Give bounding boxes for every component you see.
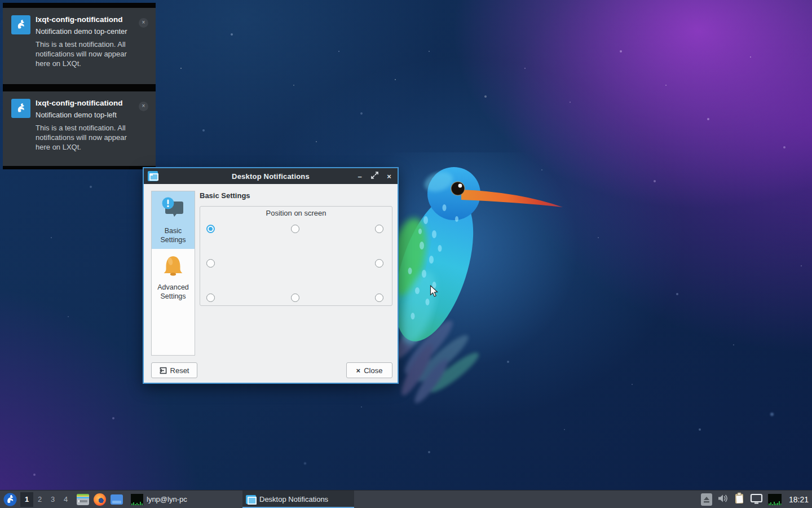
taskbar-window-label: lynp@lyn-pc: [147, 495, 187, 503]
sidebar-item-advanced-settings[interactable]: Advanced Settings: [152, 249, 195, 305]
system-monitor-icon[interactable]: [768, 494, 782, 505]
radio-top-left[interactable]: [206, 225, 215, 233]
workspace-4[interactable]: 4: [59, 492, 72, 507]
radio-bottom-center[interactable]: [291, 294, 299, 302]
notification-bubble-icon: [152, 196, 195, 224]
lxqt-start-menu-button[interactable]: [3, 493, 17, 506]
radio-bottom-left[interactable]: [206, 294, 215, 302]
file-manager-icon[interactable]: [77, 494, 89, 505]
close-button[interactable]: ×: [385, 172, 393, 181]
radio-middle-left[interactable]: [206, 259, 215, 268]
display-icon[interactable]: [111, 494, 123, 505]
workspace-1[interactable]: 1: [20, 492, 33, 507]
radio-bottom-right[interactable]: [375, 294, 383, 302]
sidebar-item-label: Advanced Settings: [152, 283, 195, 305]
wallpaper-stars: [0, 0, 1, 1]
reset-label: Reset: [170, 366, 189, 375]
sidebar-item-label: Basic Settings: [152, 226, 195, 249]
sidebar-item-basic-settings[interactable]: Basic Settings: [152, 191, 195, 249]
taskbar-window-label: Desktop Notifications: [259, 495, 328, 503]
screen-tray-icon[interactable]: [750, 493, 763, 506]
clock[interactable]: 18:21: [789, 495, 809, 504]
close-button-bottom[interactable]: × Close: [346, 362, 392, 378]
groupbox-title: Position on screen: [200, 209, 392, 217]
close-icon[interactable]: ×: [139, 18, 148, 28]
workspace-2[interactable]: 2: [33, 492, 46, 507]
restore-button[interactable]: [370, 172, 378, 181]
radio-top-right[interactable]: [375, 225, 383, 233]
notification-app-name: lxqt-config-notificationd: [36, 98, 135, 108]
close-label: Close: [364, 366, 382, 375]
taskbar-window-desktop-notifications[interactable]: Desktop Notifications: [242, 491, 354, 508]
close-icon[interactable]: ×: [139, 102, 148, 111]
terminal-thumbnail-icon: [131, 494, 143, 505]
page-heading: Basic Settings: [200, 191, 250, 200]
notification-app-name: lxqt-config-notificationd: [36, 15, 135, 24]
lxqt-bird-icon: [11, 99, 30, 118]
desktop-notifications-window: Desktop Notifications – ×: [143, 167, 399, 384]
position-on-screen-group: Position on screen: [200, 206, 392, 306]
notification-top-center[interactable]: × lxqt-config-notificationd Notification…: [3, 3, 156, 87]
workspace-3[interactable]: 3: [46, 492, 59, 507]
notification-body: This is a test notification. All notific…: [36, 123, 135, 152]
reset-icon: [160, 367, 167, 374]
taskbar: 1 2 3 4 lynp@lyn-pc Desktop Not: [0, 490, 812, 508]
volume-icon[interactable]: [717, 493, 729, 506]
notification-body: This is a test notification. All notific…: [36, 40, 135, 68]
radio-middle-right[interactable]: [375, 259, 383, 268]
taskbar-window-terminal[interactable]: lynp@lyn-pc: [127, 491, 238, 508]
close-x-icon: ×: [356, 366, 361, 375]
radio-top-center[interactable]: [291, 225, 299, 233]
lxqt-bird-icon: [11, 15, 30, 34]
clipboard-icon[interactable]: [734, 492, 745, 507]
minimize-button[interactable]: –: [356, 172, 364, 181]
notification-top-left[interactable]: × lxqt-config-notificationd Notification…: [3, 86, 156, 169]
reset-button[interactable]: Reset: [151, 362, 197, 378]
settings-sidebar: Basic Settings Advanced Settings: [151, 191, 195, 356]
window-icon: [148, 171, 158, 181]
notification-summary: Notification demo top-left: [36, 110, 135, 120]
window-icon: [246, 495, 256, 504]
notification-summary: Notification demo top-center: [36, 27, 135, 36]
window-titlebar[interactable]: Desktop Notifications – ×: [144, 168, 398, 184]
firefox-icon[interactable]: [94, 493, 106, 506]
mouse-cursor: [430, 285, 439, 300]
removable-media-icon[interactable]: [701, 493, 712, 506]
desktop: × lxqt-config-notificationd Notification…: [0, 0, 812, 508]
bell-icon: [152, 253, 195, 281]
